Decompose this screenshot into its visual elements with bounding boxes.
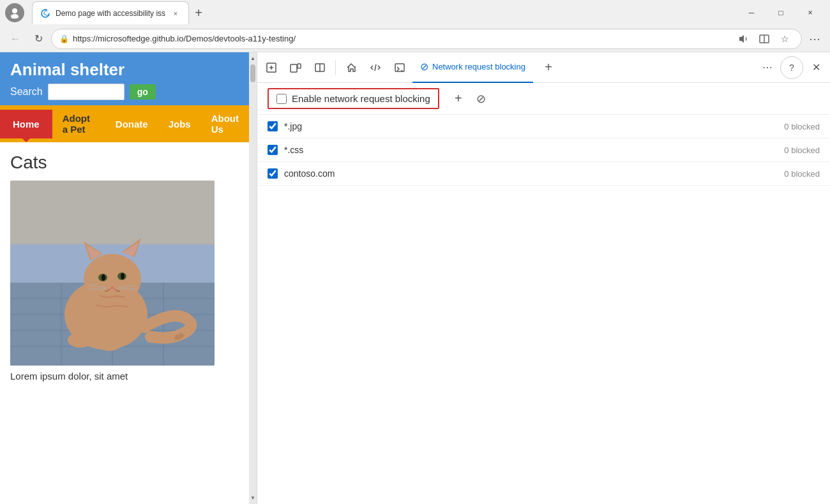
clear-blocking-button[interactable]: ⊘	[472, 90, 490, 108]
network-request-blocking-tab[interactable]: ⊘ Network request blocking	[412, 52, 533, 83]
item-2-count: 0 blocked	[784, 145, 820, 155]
window: Demo page with accessibility iss × + ─ □…	[0, 0, 830, 504]
svg-rect-36	[395, 64, 404, 71]
refresh-button[interactable]: ↻	[28, 29, 49, 49]
nav-donate-button[interactable]: Donate	[105, 111, 158, 137]
site-nav: Home Adopt a Pet Donate Jobs About Us	[0, 105, 249, 142]
title-bar-left: Demo page with accessibility iss × +	[5, 1, 737, 24]
cat-image	[10, 181, 215, 366]
blocking-header: Enable network request blocking + ⊘	[257, 83, 830, 115]
blocking-tab-label: Network request blocking	[432, 62, 525, 71]
item-3-pattern: contoso.com	[284, 168, 778, 179]
favorites-icon[interactable]: ☆	[776, 30, 794, 48]
toolbar-separator-1	[335, 60, 336, 75]
website-scrollbar[interactable]: ▲ ▼	[249, 52, 257, 504]
item-3-checkbox[interactable]	[268, 168, 278, 179]
window-close-button[interactable]: ×	[796, 3, 825, 23]
devtools-content: Enable network request blocking + ⊘ *.jp…	[257, 83, 830, 504]
nav-jobs-button[interactable]: Jobs	[158, 111, 201, 137]
scroll-up-arrow[interactable]: ▲	[248, 54, 257, 63]
svg-rect-32	[290, 64, 297, 72]
search-input[interactable]	[48, 84, 124, 100]
item-1-count: 0 blocked	[784, 122, 820, 131]
source-code-button[interactable]	[364, 56, 387, 79]
address-text: https://microsoftedge.github.io/Demos/de…	[73, 34, 731, 43]
devtools-panel: ⊘ Network request blocking + ⋯ ? ✕ Enabl…	[257, 52, 830, 504]
site-content: Cats	[0, 142, 249, 504]
item-1-pattern: *.jpg	[284, 121, 778, 131]
scroll-thumb[interactable]	[250, 64, 255, 82]
website-panel: Animal shelter Search go Home Adopt a Pe…	[0, 52, 249, 504]
enable-blocking-checkbox[interactable]	[276, 94, 287, 104]
tab-bar: Demo page with accessibility iss × +	[32, 1, 737, 24]
svg-point-0	[12, 8, 17, 13]
new-tab-button[interactable]: +	[189, 3, 208, 22]
more-tabs-button[interactable]: ⋯	[756, 56, 779, 79]
tab-close-btn[interactable]: ×	[170, 8, 181, 19]
item-3-count: 0 blocked	[784, 169, 820, 179]
address-actions: ☆	[735, 30, 794, 48]
address-field[interactable]: 🔒 https://microsoftedge.github.io/Demos/…	[51, 29, 802, 49]
scroll-down-arrow[interactable]: ▼	[248, 493, 257, 503]
list-item: *.css 0 blocked	[257, 138, 830, 162]
site-header: Animal shelter Search go	[0, 52, 249, 105]
browser-tab-active[interactable]: Demo page with accessibility iss ×	[32, 1, 189, 24]
split-screen-icon[interactable]	[755, 30, 773, 48]
site-search: Search go	[10, 84, 239, 100]
lock-icon: 🔒	[59, 34, 69, 43]
svg-point-22	[102, 274, 105, 281]
svg-rect-33	[298, 64, 301, 68]
home-button[interactable]	[340, 56, 363, 79]
enable-blocking-label[interactable]: Enable network request blocking	[292, 93, 430, 104]
svg-point-1	[11, 14, 19, 19]
svg-rect-5	[10, 181, 215, 244]
blocking-list: *.jpg 0 blocked *.css 0 blocked contoso.…	[257, 115, 830, 504]
tab-title: Demo page with accessibility iss	[56, 9, 165, 18]
title-bar: Demo page with accessibility iss × + ─ □…	[0, 0, 830, 26]
search-go-button[interactable]: go	[130, 84, 156, 100]
console-button[interactable]	[388, 56, 411, 79]
devtools-toolbar: ⊘ Network request blocking + ⋯ ? ✕	[257, 52, 830, 83]
blocking-tab-icon: ⊘	[420, 61, 428, 73]
svg-point-29	[68, 332, 93, 348]
search-label: Search	[10, 86, 43, 98]
devtools-close-button[interactable]: ✕	[804, 56, 827, 79]
svg-point-23	[121, 273, 124, 279]
list-item: *.jpg 0 blocked	[257, 115, 830, 138]
item-2-pattern: *.css	[284, 145, 778, 155]
list-item: contoso.com 0 blocked	[257, 162, 830, 186]
item-2-checkbox[interactable]	[268, 145, 278, 155]
edge-favicon	[40, 8, 50, 19]
nav-about-button[interactable]: About Us	[201, 105, 249, 142]
settings-menu-button[interactable]: ⋯	[804, 29, 825, 49]
window-controls: ─ □ ×	[737, 3, 825, 23]
nav-adopt-button[interactable]: Adopt a Pet	[52, 105, 105, 142]
add-blocking-pattern-button[interactable]: +	[449, 90, 467, 108]
item-1-checkbox[interactable]	[268, 121, 278, 131]
maximize-button[interactable]: □	[766, 3, 796, 23]
site-title: Animal shelter	[10, 60, 239, 80]
nav-home-button[interactable]: Home	[0, 110, 52, 138]
address-bar: ← ↻ 🔒 https://microsoftedge.github.io/De…	[0, 26, 830, 52]
profile-icon[interactable]	[5, 3, 24, 22]
devtools-help-button[interactable]: ?	[780, 56, 803, 79]
svg-point-30	[96, 336, 122, 351]
cats-heading: Cats	[10, 152, 239, 173]
split-view-button[interactable]	[308, 56, 331, 79]
enable-blocking-wrapper: Enable network request blocking	[268, 88, 439, 109]
lorem-text: Lorem ipsum dolor, sit amet	[10, 371, 239, 382]
device-emulation-button[interactable]	[284, 56, 307, 79]
main-area: Animal shelter Search go Home Adopt a Pe…	[0, 52, 830, 504]
back-button[interactable]: ←	[5, 29, 26, 49]
read-aloud-icon[interactable]	[735, 30, 753, 48]
inspect-element-button[interactable]	[260, 56, 283, 79]
add-tab-button[interactable]: +	[537, 56, 560, 79]
minimize-button[interactable]: ─	[737, 3, 766, 23]
